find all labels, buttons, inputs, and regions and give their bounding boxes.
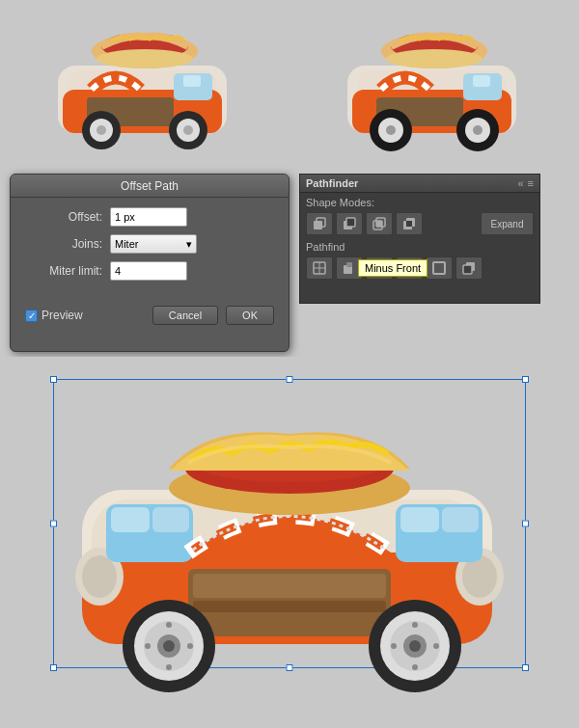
preview-checkbox[interactable]: ✓ (25, 310, 38, 322)
menu-icon[interactable]: ≡ (528, 177, 534, 189)
offset-input[interactable] (110, 207, 187, 227)
svg-rect-19 (473, 75, 490, 87)
cancel-button[interactable]: Cancel (152, 306, 218, 325)
offset-path-dialog: Offset Path Offset: Joins: Miter ▾ Miter… (10, 174, 290, 352)
svg-point-73 (166, 622, 172, 628)
svg-rect-49 (433, 262, 445, 274)
thumbnail-right (290, 0, 579, 169)
svg-rect-39 (406, 221, 412, 227)
svg-point-8 (96, 125, 106, 135)
miter-label: Miter limit: (25, 264, 102, 278)
shape-modes-row: Expand (300, 210, 539, 237)
middle-row: Offset Path Offset: Joins: Miter ▾ Miter… (0, 169, 579, 357)
svg-rect-60 (111, 507, 150, 532)
joins-label: Joins: (25, 237, 102, 251)
ok-button[interactable]: OK (226, 306, 274, 325)
divide-button[interactable] (306, 256, 333, 280)
svg-rect-67 (193, 601, 386, 612)
minus-front-button[interactable] (336, 212, 363, 235)
dropdown-arrow-icon: ▾ (186, 238, 192, 251)
svg-rect-30 (314, 221, 322, 229)
svg-rect-4 (183, 75, 201, 87)
svg-point-11 (183, 125, 193, 135)
svg-rect-44 (346, 262, 352, 267)
intersect-button[interactable] (366, 212, 393, 235)
svg-rect-33 (346, 218, 355, 227)
collapse-icon[interactable]: « (517, 177, 523, 189)
preview-label: Preview (41, 309, 83, 322)
thumbnail-left (0, 0, 290, 169)
preview-checkbox-group: ✓ Preview (25, 309, 145, 322)
truck-container (53, 379, 526, 707)
pathfinder-title: Pathfinder (306, 177, 358, 189)
offset-row: Offset: (25, 207, 274, 227)
joins-value: Miter (115, 238, 138, 250)
outline-button[interactable] (426, 256, 453, 280)
svg-point-76 (187, 643, 193, 649)
svg-point-56 (82, 555, 117, 598)
truck-svg-large (53, 384, 526, 702)
top-thumbnails (0, 0, 579, 169)
joins-row: Joins: Miter ▾ (25, 234, 274, 254)
dialog-footer: ✓ Preview Cancel OK (11, 298, 289, 335)
dialog-body: Offset: Joins: Miter ▾ Miter limit: (11, 198, 289, 298)
svg-rect-64 (442, 507, 479, 532)
pathfind-label: Pathfind (300, 237, 539, 255)
shape-modes-label: Shape Modes: (300, 193, 539, 210)
svg-rect-61 (152, 507, 189, 532)
expand-button[interactable]: Expand (481, 212, 534, 235)
pathfinder-controls: « ≡ (517, 177, 534, 189)
truck-svg-right (328, 13, 540, 157)
exclude-button[interactable] (396, 212, 423, 235)
svg-rect-66 (193, 574, 386, 598)
unite-button[interactable] (306, 212, 333, 235)
svg-point-84 (391, 643, 397, 649)
miter-input[interactable] (110, 261, 187, 281)
svg-point-26 (473, 125, 482, 135)
svg-point-29 (386, 49, 482, 68)
svg-rect-36 (376, 221, 382, 227)
svg-point-23 (386, 125, 396, 135)
svg-point-82 (412, 622, 418, 628)
bottom-section (0, 357, 579, 728)
miter-row: Miter limit: (25, 261, 274, 281)
svg-rect-63 (400, 507, 439, 532)
handle-tr[interactable] (522, 376, 529, 383)
svg-point-75 (145, 643, 151, 649)
svg-point-83 (412, 664, 418, 670)
truck-svg-left (39, 13, 251, 157)
dialog-title: Offset Path (11, 175, 289, 198)
joins-select[interactable]: Miter ▾ (110, 234, 197, 254)
pathfinder-panel: Pathfinder « ≡ Shape Modes: Expand (299, 174, 540, 304)
svg-point-72 (163, 640, 175, 652)
offset-label: Offset: (25, 210, 102, 224)
svg-point-74 (166, 664, 172, 670)
svg-rect-51 (463, 265, 472, 274)
svg-point-14 (96, 49, 193, 68)
svg-point-81 (409, 640, 421, 652)
handle-tl[interactable] (50, 376, 57, 383)
minus-back-button[interactable] (455, 256, 482, 280)
pathfinder-header: Pathfinder « ≡ (300, 175, 539, 193)
svg-point-85 (433, 643, 439, 649)
minus-front-tooltip: Minus Front (358, 259, 427, 277)
handle-tm[interactable] (287, 376, 293, 383)
